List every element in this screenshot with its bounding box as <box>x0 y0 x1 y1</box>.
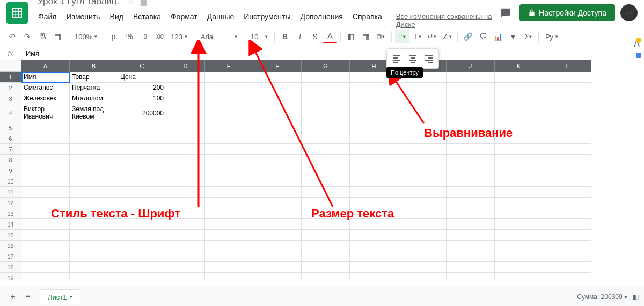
strike-button[interactable]: S <box>308 30 322 43</box>
cell[interactable] <box>543 230 591 241</box>
undo-button[interactable]: ↶ <box>5 30 19 43</box>
cell[interactable] <box>350 122 398 133</box>
cell[interactable] <box>350 262 398 273</box>
cell[interactable] <box>118 176 166 187</box>
cell[interactable] <box>447 83 495 93</box>
cell[interactable] <box>543 176 591 187</box>
cell[interactable] <box>166 83 205 93</box>
cell[interactable] <box>205 122 253 133</box>
print-button[interactable]: 🖶 <box>35 30 49 43</box>
cell[interactable] <box>253 165 302 176</box>
cell[interactable] <box>447 187 495 198</box>
cell[interactable] <box>166 122 205 133</box>
cell[interactable] <box>398 122 447 133</box>
menu-view[interactable]: Вид <box>106 10 127 31</box>
cell[interactable] <box>253 155 302 165</box>
cell[interactable] <box>543 198 591 208</box>
number-format-select[interactable]: 123▾ <box>167 33 191 41</box>
cell[interactable] <box>302 230 350 241</box>
cell[interactable] <box>21 133 70 144</box>
add-sheet-button[interactable]: + <box>5 289 20 304</box>
cell[interactable] <box>70 122 118 133</box>
cell[interactable] <box>166 262 205 273</box>
cell[interactable] <box>205 219 253 230</box>
cell-b2[interactable]: Перчатка <box>70 83 118 93</box>
cell[interactable] <box>350 133 398 144</box>
cell[interactable] <box>21 251 70 262</box>
cell[interactable] <box>21 208 70 219</box>
cell[interactable] <box>253 230 302 241</box>
cell[interactable] <box>253 187 302 198</box>
cell[interactable] <box>302 251 350 262</box>
cell[interactable] <box>302 176 350 187</box>
cell[interactable] <box>495 165 543 176</box>
filter-button[interactable]: ▼ <box>506 30 520 43</box>
col-header-b[interactable]: B <box>70 60 118 72</box>
italic-button[interactable]: I <box>293 30 307 43</box>
cell[interactable] <box>350 176 398 187</box>
cell[interactable] <box>166 230 205 241</box>
cell[interactable] <box>253 208 302 219</box>
cell[interactable] <box>447 93 495 104</box>
cell[interactable] <box>70 241 118 251</box>
cell-b3[interactable]: Мталолом <box>70 93 118 104</box>
cell[interactable] <box>205 144 253 155</box>
cell[interactable] <box>70 155 118 165</box>
cell[interactable] <box>447 155 495 165</box>
bold-button[interactable]: B <box>278 30 292 43</box>
font-size-select[interactable]: 10▾ <box>247 33 271 41</box>
cell[interactable] <box>447 176 495 187</box>
cell[interactable] <box>543 219 591 230</box>
cell[interactable] <box>302 187 350 198</box>
col-header-k[interactable]: K <box>495 60 543 72</box>
row-header[interactable]: 5 <box>0 122 21 133</box>
sheet-tab-1[interactable]: Лист1▾ <box>40 289 80 304</box>
cell[interactable] <box>70 208 118 219</box>
cell[interactable] <box>543 187 591 198</box>
cell[interactable] <box>21 273 70 280</box>
cell[interactable] <box>447 241 495 251</box>
cell[interactable] <box>166 219 205 230</box>
cell[interactable] <box>205 72 253 83</box>
cell[interactable] <box>302 93 350 104</box>
menu-file[interactable]: Файл <box>34 10 60 31</box>
cell[interactable] <box>166 241 205 251</box>
cell[interactable] <box>302 133 350 144</box>
cell[interactable] <box>447 230 495 241</box>
cell[interactable] <box>543 251 591 262</box>
cell[interactable] <box>447 262 495 273</box>
cell[interactable] <box>253 122 302 133</box>
cell[interactable] <box>118 187 166 198</box>
cell[interactable] <box>495 104 543 122</box>
cell[interactable] <box>302 165 350 176</box>
cell[interactable] <box>350 165 398 176</box>
cell[interactable] <box>118 144 166 155</box>
cell[interactable] <box>398 230 447 241</box>
cell[interactable] <box>253 72 302 83</box>
cell[interactable] <box>21 155 70 165</box>
cell[interactable] <box>302 273 350 280</box>
cell[interactable] <box>205 155 253 165</box>
menu-edit[interactable]: Изменить <box>62 10 104 31</box>
cell[interactable] <box>495 230 543 241</box>
cell[interactable] <box>21 144 70 155</box>
cell[interactable] <box>166 198 205 208</box>
cell[interactable] <box>543 208 591 219</box>
merge-button[interactable]: ⧉▾ <box>374 30 388 43</box>
input-lang-select[interactable]: Ру▾ <box>542 33 561 41</box>
cell[interactable] <box>543 122 591 133</box>
cell[interactable] <box>350 144 398 155</box>
row-header[interactable]: 19 <box>0 273 21 280</box>
comments-button[interactable] <box>497 4 514 21</box>
cell[interactable] <box>447 133 495 144</box>
cell[interactable] <box>253 83 302 93</box>
cell[interactable] <box>350 187 398 198</box>
menu-format[interactable]: Формат <box>167 10 201 31</box>
menu-insert[interactable]: Вставка <box>129 10 165 31</box>
cell[interactable] <box>495 93 543 104</box>
cell[interactable] <box>495 122 543 133</box>
cell[interactable] <box>398 187 447 198</box>
cell[interactable] <box>21 198 70 208</box>
cell[interactable] <box>495 144 543 155</box>
cell[interactable] <box>350 251 398 262</box>
